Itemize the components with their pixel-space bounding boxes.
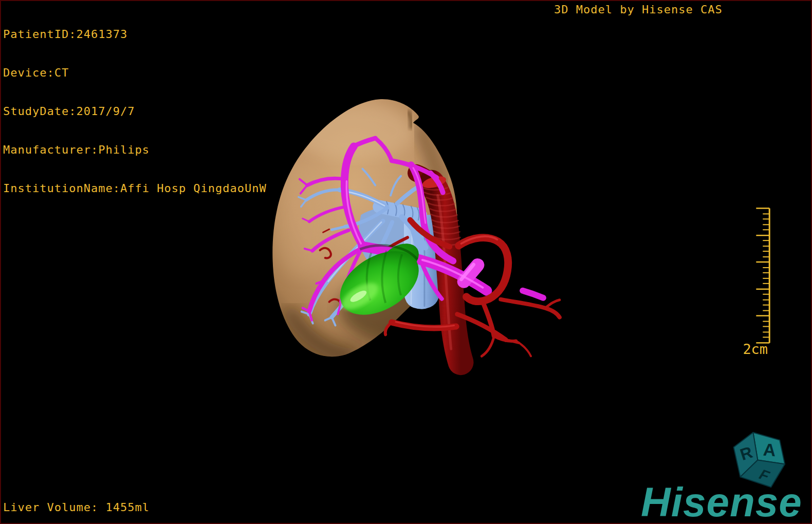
artery-twig [482, 336, 494, 356]
cube-letter-anterior: A [763, 440, 777, 460]
device-line: Device:CT [3, 66, 267, 79]
manufacturer-line: Manufacturer:Philips [3, 143, 267, 156]
watermark-text: 3D Model by Hisense CAS [554, 3, 723, 16]
study-date-line: StudyDate:2017/9/7 [3, 105, 267, 118]
artery-branch [501, 300, 560, 317]
hisense-logo: Hisense [641, 482, 802, 524]
liver-volume-label: Liver Volume: 1455ml [3, 501, 150, 514]
patient-id-line: PatientID:2461373 [3, 28, 267, 41]
scale-ruler: 2cm [743, 208, 769, 357]
vessel-segment [523, 291, 543, 298]
scale-label: 2cm [743, 341, 768, 357]
patient-info-block: PatientID:2461373 Device:CT StudyDate:20… [3, 2, 267, 220]
artery-twig [545, 300, 560, 308]
institution-line: InstitutionName:Affi Hosp QingdaoUnW [3, 182, 267, 195]
ruler-minor-ticks [763, 214, 769, 337]
viewer-canvas[interactable]: 2cm R A F PatientID:2461373 Device:CT St… [0, 0, 812, 524]
